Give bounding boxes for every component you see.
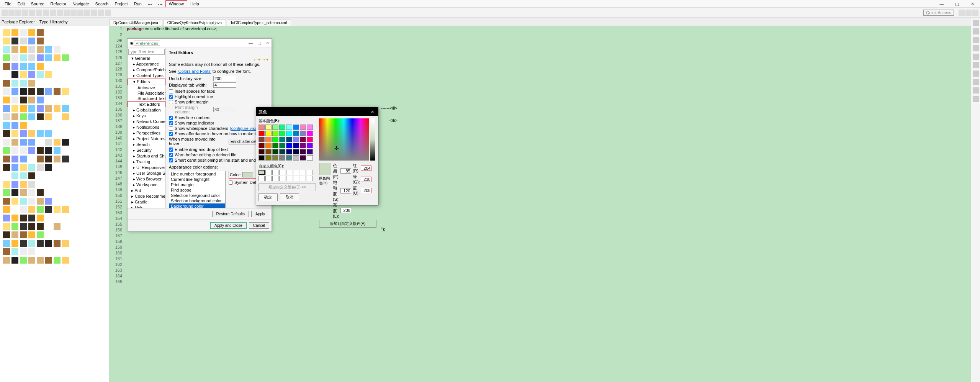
tree-node-icon[interactable] [37,29,44,36]
color-option[interactable]: Current line highlight [169,177,225,182]
tree-node-icon[interactable] [20,29,27,36]
basic-color-swatch[interactable] [300,137,306,142]
toolbar-icon[interactable] [105,10,111,16]
basic-color-swatch[interactable] [258,137,265,142]
color-options-list[interactable]: Line number foregroundCurrent line highl… [169,171,226,208]
tree-node-icon[interactable] [28,63,35,70]
dialog-close-icon[interactable]: ✕ [266,41,269,46]
tree-node-icon[interactable] [28,231,35,238]
tree-node-icon[interactable] [3,71,10,78]
tree-node-icon[interactable] [62,54,69,61]
hue-input[interactable] [340,168,351,174]
basic-color-swatch[interactable] [258,131,265,136]
tree-node-icon[interactable] [11,71,18,78]
warn-derived-checkbox[interactable] [169,153,173,157]
line-numbers-checkbox[interactable] [169,116,173,120]
menu-navigate[interactable]: Navigate [69,1,92,7]
tree-node-icon[interactable] [3,113,10,120]
pref-tree-node[interactable]: File Associations [128,90,165,96]
toolbar-icon[interactable] [15,10,21,16]
basic-color-swatch[interactable] [293,143,299,148]
undo-input[interactable] [213,76,236,81]
tree-node-icon[interactable] [3,248,10,255]
tree-node-icon[interactable] [28,156,35,162]
tree-node-icon[interactable] [3,164,10,171]
tree-node-icon[interactable] [20,38,27,44]
tree-node-icon[interactable] [28,38,35,44]
tree-node-icon[interactable] [3,240,10,247]
basic-color-swatch[interactable] [286,149,292,154]
basic-color-swatch[interactable] [272,155,278,161]
pref-tree-node[interactable]: ▸ Appearance [128,61,165,67]
basic-color-swatch[interactable] [307,137,313,142]
tree-node-icon[interactable] [37,147,44,154]
right-icon[interactable] [973,70,979,77]
perspective-icon[interactable] [959,10,965,16]
tree-node-icon[interactable] [20,97,27,103]
dialog-maximize-icon[interactable]: ▢ [257,41,261,46]
custom-color-swatch[interactable] [279,176,285,181]
basic-color-swatch[interactable] [265,149,272,154]
tree-node-icon[interactable] [20,198,27,205]
tree-node-icon[interactable] [11,38,18,44]
tree-node-icon[interactable] [3,172,10,179]
tree-node-icon[interactable] [28,240,35,247]
tree-node-icon[interactable] [20,240,27,247]
basic-color-swatch[interactable] [286,137,292,142]
tree-node-icon[interactable] [45,88,52,95]
tree-node-icon[interactable] [3,29,10,36]
custom-color-swatch[interactable] [265,176,272,181]
tree-node-icon[interactable] [45,46,52,53]
tree-node-icon[interactable] [37,139,44,146]
tree-node-icon[interactable] [54,147,61,154]
tree-node-icon[interactable] [37,97,44,103]
tree-node-icon[interactable] [28,80,35,87]
tree-node-icon[interactable] [28,198,35,205]
color-option[interactable]: Selection foreground color [169,193,225,198]
toolbar-icon[interactable] [29,10,35,16]
tree-node-icon[interactable] [11,156,18,162]
tree-node-icon[interactable] [37,156,44,162]
basic-color-swatch[interactable] [279,137,285,142]
highlight-line-checkbox[interactable] [169,95,173,99]
tree-node-icon[interactable] [3,130,10,137]
basic-color-swatch[interactable] [307,149,313,154]
tree-node-icon[interactable] [11,198,18,205]
custom-color-swatch[interactable] [279,170,285,175]
custom-color-swatch[interactable] [300,170,306,175]
pref-tree-node[interactable]: ▸ Network Connections [128,119,165,125]
basic-color-swatch[interactable] [293,149,299,154]
tree-node-icon[interactable] [11,63,18,70]
tree-node-icon[interactable] [28,206,35,213]
basic-color-swatch[interactable] [286,143,292,148]
tree-node-icon[interactable] [3,215,10,221]
basic-color-swatch[interactable] [300,155,306,161]
range-indicator-checkbox[interactable] [169,121,173,125]
custom-color-swatch[interactable] [258,170,265,175]
tree-node-icon[interactable] [11,80,18,87]
toolbar-icon[interactable] [50,10,56,16]
basic-color-swatch[interactable] [265,131,272,136]
tree-node-icon[interactable] [11,248,18,255]
print-margin-checkbox[interactable] [169,100,173,104]
dnd-checkbox[interactable] [169,148,173,152]
tree-node-icon[interactable] [3,156,10,162]
tree-node-icon[interactable] [28,46,35,53]
toolbar-icon[interactable] [91,10,97,16]
tree-node-icon[interactable] [45,223,52,230]
tree-node-icon[interactable] [37,223,44,230]
menu-window[interactable]: Window [165,0,187,7]
tree-node-icon[interactable] [37,198,44,205]
pref-tree-node[interactable]: Autosave [128,85,165,90]
lum-input[interactable] [340,208,351,213]
tree-node-icon[interactable] [54,206,61,213]
tree-node-icon[interactable] [3,97,10,103]
tree-node-icon[interactable] [20,156,27,162]
basic-color-swatch[interactable] [272,143,278,148]
basic-color-swatch[interactable] [272,125,278,130]
menu-run[interactable]: Run [131,1,145,7]
pref-tree-node[interactable]: ▸ Gradle [128,199,165,205]
tree-node-icon[interactable] [37,257,44,264]
pref-tree-node[interactable]: ▸ Tracing [128,159,165,165]
tree-node-icon[interactable] [54,46,61,53]
